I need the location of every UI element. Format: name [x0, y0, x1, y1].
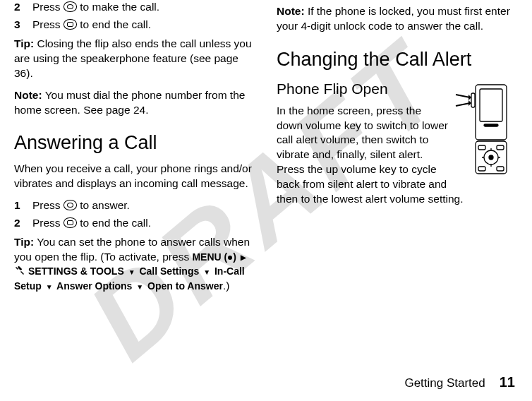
note-locked-phone: Note: If the phone is locked, you must f…: [277, 4, 518, 34]
heading-changing-call-alert: Changing the Call Alert: [277, 47, 518, 72]
answer-step-1: 1 Press to answer.: [14, 198, 255, 213]
center-key-icon: [228, 256, 232, 260]
open-to-answer-label: Open to Answer: [147, 280, 223, 292]
note-text: If the phone is locked, you must first e…: [277, 5, 510, 32]
settings-tools-label: SETTINGS & TOOLS: [28, 265, 124, 277]
footer-page-number: 11: [500, 374, 515, 390]
answer-step-2: 2 Press to end the call.: [14, 216, 255, 231]
step-post: to end the call.: [77, 217, 151, 229]
tip-flip-end: Tip: Closing the flip also ends the call…: [14, 37, 255, 81]
arrow-down-icon: ▼: [136, 282, 143, 292]
step-3: 3 Press to end the call.: [14, 18, 255, 32]
svg-rect-8: [497, 167, 504, 171]
phone-flip-open-block: Phone Flip Open In the home screen, pres…: [277, 79, 518, 207]
tip-label: Tip:: [14, 37, 34, 49]
step-text: Press to answer.: [32, 198, 130, 213]
svg-rect-9: [471, 93, 475, 107]
send-key-icon: [64, 200, 77, 210]
step-post: to end the call.: [77, 18, 151, 30]
arrow-icon: ▶: [241, 253, 246, 263]
footer-section-name: Getting Started: [404, 376, 485, 390]
step-number: 3: [14, 18, 23, 32]
step-pre: Press: [32, 1, 64, 13]
end-key-icon: [64, 19, 77, 30]
note-label: Note:: [277, 5, 305, 17]
svg-point-4: [489, 155, 493, 160]
step-number: 2: [14, 216, 23, 231]
phone-illustration: [454, 82, 518, 181]
tip-label: Tip:: [14, 236, 34, 248]
tip-close: .): [223, 280, 229, 292]
step-pre: Press: [32, 217, 64, 229]
arrow-down-icon: ▼: [46, 282, 53, 292]
step-number: 1: [14, 198, 23, 213]
send-key-icon: [64, 1, 77, 12]
arrow-down-icon: ▼: [128, 268, 135, 277]
note-text: You must dial the phone number from the …: [14, 89, 245, 116]
arrow-down-icon: ▼: [203, 268, 210, 277]
step-post: to make the call.: [77, 1, 159, 13]
svg-rect-6: [497, 145, 504, 150]
step-pre: Press: [32, 18, 64, 30]
step-text: Press to end the call.: [32, 216, 151, 231]
tools-icon: [14, 265, 25, 279]
answer-options-label: Answer Options: [56, 280, 132, 292]
page-footer: Getting Started 11: [0, 374, 532, 396]
svg-rect-10: [484, 124, 498, 126]
tip-text: Closing the flip also ends the call unle…: [14, 37, 252, 79]
step-number: 2: [14, 0, 23, 15]
step-post: to answer.: [77, 199, 130, 211]
step-text: Press to make the call.: [32, 0, 159, 15]
step-text: Press to end the call.: [32, 18, 151, 32]
note-label: Note:: [14, 89, 42, 101]
svg-rect-5: [478, 145, 485, 150]
svg-rect-7: [478, 167, 485, 171]
right-column: Note: If the phone is locked, you must f…: [277, 0, 518, 367]
step-2: 2 Press to make the call.: [14, 0, 255, 15]
menu-label: MENU: [192, 251, 221, 263]
left-column: 2 Press to make the call. 3 Press to end…: [14, 0, 255, 367]
end-key-icon: [64, 217, 77, 228]
step-pre: Press: [32, 199, 64, 211]
content-columns: 2 Press to make the call. 3 Press to end…: [0, 0, 532, 374]
heading-answering-call: Answering a Call: [14, 130, 255, 155]
note-dial-home: Note: You must dial the phone number fro…: [14, 88, 255, 118]
call-settings-label: Call Settings: [139, 265, 199, 277]
answering-intro: When you receive a call, your phone ring…: [14, 162, 255, 191]
svg-rect-1: [480, 89, 502, 121]
tip-open-to-answer: Tip: You can set the phone to answer cal…: [14, 235, 255, 294]
